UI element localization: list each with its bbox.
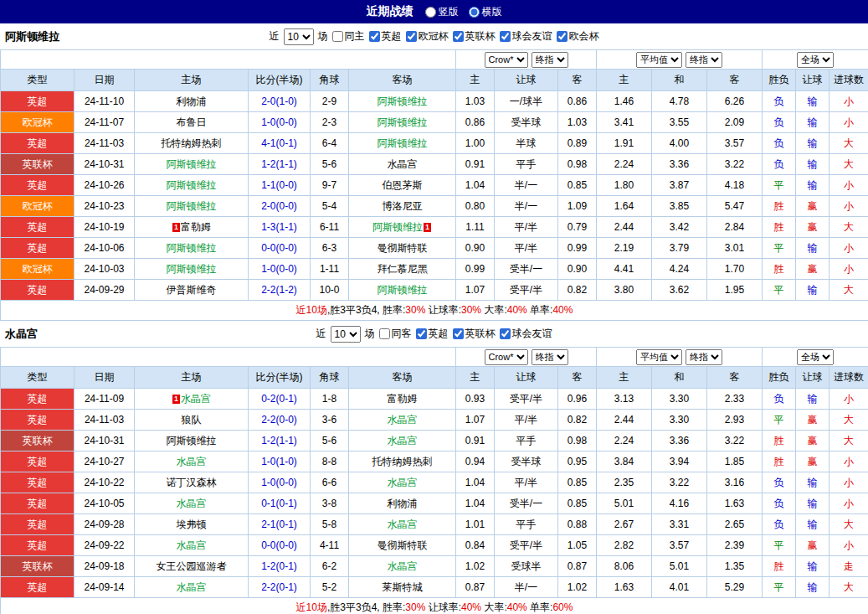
away-team-cell[interactable]: 拜仁慕尼黑 [349,259,456,280]
home-team-cell[interactable]: 阿斯顿维拉 [135,431,249,451]
away-team-cell[interactable]: 博洛尼亚 [349,196,456,217]
score-cell[interactable]: 4-1(0-1) [249,133,311,154]
score-cell[interactable]: 1-0(0-0) [249,472,311,493]
away-team-cell[interactable]: 水晶宫 [349,556,456,577]
away-team-cell[interactable]: 阿斯顿维拉1 [349,217,456,238]
score-cell[interactable]: 0-2(0-1) [249,389,311,410]
europe-stage-select[interactable]: 终指 [686,52,722,68]
score-cell[interactable]: 2-1(0-1) [249,514,311,535]
home-team-cell[interactable]: 托特纳姆热刺 [135,133,249,154]
league-filter-option[interactable]: 球会友谊 [500,29,552,44]
home-team-cell[interactable]: 水晶宫 [135,451,249,472]
handicap-company-select[interactable]: Crow* [485,349,528,365]
league-filter-option[interactable]: 英超 [369,29,402,44]
league-filter-checkbox[interactable] [406,31,417,42]
away-team-cell[interactable]: 阿斯顿维拉 [349,112,456,133]
layout-option[interactable]: 竖版 [425,5,459,19]
handicap-stage-select[interactable]: 终指 [532,52,568,68]
away-team-cell[interactable]: 水晶宫 [349,154,456,175]
home-team-cell[interactable]: 水晶宫 [135,535,249,556]
away-team-cell[interactable]: 曼彻斯特联 [349,535,456,556]
home-team-cell[interactable]: 女王公园巡游者 [135,556,249,577]
league-filter-option[interactable]: 英联杯 [453,29,496,44]
league-filter-option[interactable]: 欧冠杯 [406,29,449,44]
match-count-select[interactable]: 10 [331,326,361,343]
score-cell[interactable]: 0-1(0-1) [249,493,311,514]
away-team-cell[interactable]: 伯恩茅斯 [349,175,456,196]
league-filter-option[interactable]: 英联杯 [453,327,496,341]
home-team-cell[interactable]: 狼队 [135,410,249,431]
home-team-cell[interactable]: 利物浦 [135,91,249,112]
league-filter-checkbox[interactable] [500,31,511,42]
away-team-cell[interactable]: 富勒姆 [349,389,456,410]
score-cell[interactable]: 2-0(1-0) [249,91,311,112]
home-team-cell[interactable]: 水晶宫 [135,493,249,514]
handicap-odds-cell: 1.03 [558,112,597,133]
score-cell[interactable]: 1-0(0-0) [249,259,311,280]
score-cell[interactable]: 1-2(1-1) [249,154,311,175]
score-cell[interactable]: 1-3(1-1) [249,217,311,238]
away-team-cell[interactable]: 利物浦 [349,493,456,514]
handicap-stage-select[interactable]: 终指 [532,349,568,365]
same-venue-option[interactable]: 同主 [332,29,365,44]
europe-company-select[interactable]: 平均值 [636,52,682,68]
home-team-cell[interactable]: 布鲁日 [135,112,249,133]
layout-option[interactable]: 横版 [469,5,502,19]
home-team-cell[interactable]: 1富勒姆 [135,217,249,238]
league-filter-checkbox[interactable] [453,31,464,42]
score-cell[interactable]: 1-2(1-1) [249,431,311,451]
league-filter-checkbox[interactable] [369,31,380,42]
home-team-cell[interactable]: 水晶宫 [135,577,249,598]
away-team-cell[interactable]: 水晶宫 [349,514,456,535]
score-cell[interactable]: 0-0(0-0) [249,535,311,556]
score-cell[interactable]: 1-0(0-0) [249,112,311,133]
score-cell[interactable]: 1-1(0-0) [249,175,311,196]
scope-select[interactable]: 全场 [797,52,834,68]
result-cell: 输 [796,472,829,493]
europe-stage-select[interactable]: 终指 [686,349,722,365]
home-team-cell[interactable]: 埃弗顿 [135,514,249,535]
home-team-cell[interactable]: 阿斯顿维拉 [135,154,249,175]
league-filter-option[interactable]: 欧会杯 [557,29,599,44]
layout-radio[interactable] [469,7,480,18]
score-cell[interactable]: 1-2(0-1) [249,556,311,577]
score-cell[interactable]: 2-2(0-0) [249,410,311,431]
scope-select[interactable]: 全场 [797,349,834,365]
away-team-cell[interactable]: 水晶宫 [349,472,456,493]
same-venue-option[interactable]: 同客 [379,327,412,341]
home-team-cell[interactable]: 诺丁汉森林 [135,472,249,493]
away-team-cell[interactable]: 阿斯顿维拉 [349,91,456,112]
score-cell[interactable]: 0-0(0-0) [249,238,311,259]
score-cell[interactable]: 2-0(0-0) [249,196,311,217]
score-cell[interactable]: 2-2(0-1) [249,577,311,598]
same-venue-checkbox[interactable] [332,31,343,42]
layout-radio[interactable] [425,7,436,18]
handicap-company-select[interactable]: Crow* [485,52,528,68]
home-team-cell[interactable]: 伊普斯维奇 [135,280,249,301]
match-filter: 近10场同主英超欧冠杯英联杯球会友谊欧会杯 [270,28,599,45]
away-team-cell[interactable]: 阿斯顿维拉 [349,280,456,301]
score-cell[interactable]: 1-0(1-0) [249,451,311,472]
away-team-cell[interactable]: 托特纳姆热刺 [349,451,456,472]
league-filter-option[interactable]: 英超 [416,327,449,341]
home-team-cell[interactable]: 阿斯顿维拉 [135,196,249,217]
home-team-cell[interactable]: 阿斯顿维拉 [135,238,249,259]
home-team-cell[interactable]: 1水晶宫 [135,389,249,410]
league-filter-checkbox[interactable] [557,31,568,42]
away-team-cell[interactable]: 水晶宫 [349,410,456,431]
score-cell[interactable]: 2-2(1-2) [249,280,311,301]
away-team-cell[interactable]: 水晶宫 [349,431,456,451]
league-filter-checkbox[interactable] [500,328,511,339]
league-filter-checkbox[interactable] [416,328,427,339]
home-team-cell[interactable]: 阿斯顿维拉 [135,259,249,280]
result-cell: 输 [796,154,829,175]
league-filter-checkbox[interactable] [453,328,464,339]
same-venue-checkbox[interactable] [379,328,390,339]
away-team-cell[interactable]: 曼彻斯特联 [349,238,456,259]
europe-company-select[interactable]: 平均值 [636,349,682,365]
away-team-cell[interactable]: 莱斯特城 [349,577,456,598]
league-filter-option[interactable]: 球会友谊 [500,327,552,341]
match-count-select[interactable]: 10 [284,28,314,45]
home-team-cell[interactable]: 阿斯顿维拉 [135,175,249,196]
away-team-cell[interactable]: 阿斯顿维拉 [349,133,456,154]
